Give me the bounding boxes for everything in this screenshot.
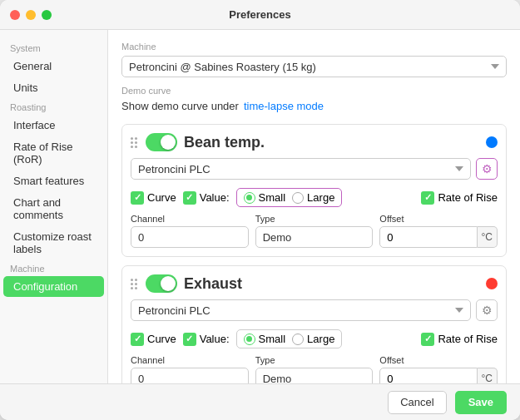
bean-temp-channel-col: Channel 0 [131,214,249,248]
exhaust-large-label: Large [307,333,334,345]
exhaust-offset-unit: °C [478,368,498,383]
small-label: Small [259,191,286,204]
bean-temp-curve-checkbox-label[interactable]: ✓ Curve [131,191,176,205]
exhaust-small-radio[interactable] [244,334,255,345]
exhaust-gear-button[interactable]: ⚙ [476,299,498,321]
machine-select[interactable]: Petroncini @ Sabines Roastery (15 kg) [121,56,507,77]
exhaust-curve-label: Curve [147,333,176,345]
exhaust-large-radio[interactable] [292,334,304,345]
cancel-button[interactable]: Cancel [388,391,446,414]
bean-temp-channel-select[interactable]: 0 [131,226,249,248]
bean-temp-type-col: Type Demo [255,214,374,248]
demo-curve-text: Show demo curve under [121,100,239,112]
sidebar-item-interface[interactable]: Interface [3,115,104,136]
sidebar-item-units[interactable]: Units [3,77,104,98]
bean-temp-header: Bean temp. [131,133,498,151]
exhaust-title: Exhaust [184,275,242,293]
sidebar-item-smart[interactable]: Smart features [3,170,104,191]
sidebar-item-labels[interactable]: Customize roast labels [3,226,104,259]
exhaust-type-label: Type [255,355,374,365]
sidebar-item-configuration[interactable]: Configuration [3,276,104,297]
save-button[interactable]: Save [455,391,507,414]
bean-temp-channel-row: Channel 0 Type Demo Offset [131,214,498,248]
bean-temp-value-checkbox[interactable]: ✓ [183,191,196,205]
bean-temp-type-select[interactable]: Demo [255,226,374,248]
sidebar-item-chart[interactable]: Chart and comments [3,192,104,225]
exhaust-offset-row: °C [379,368,498,383]
bean-temp-small-radio[interactable] [244,192,255,204]
curve-label: Curve [147,191,176,204]
bean-temp-block: Bean temp. Petroncini PLC ⚙ ✓ Curve [121,124,507,257]
minimize-button[interactable] [26,10,36,20]
bean-temp-ror-checkbox-label[interactable]: ✓ Rate of Rise [421,191,498,205]
sidebar-section-roasting: Roasting [0,99,107,114]
bean-temp-value-checkbox-label[interactable]: ✓ Value: [183,191,230,205]
bean-temp-large-radio[interactable] [292,192,304,204]
exhaust-channel-col: Channel 0 [131,355,249,383]
exhaust-value-checkbox[interactable]: ✓ [183,333,196,346]
exhaust-header: Exhaust [131,274,498,293]
bean-temp-small-radio-label[interactable]: Small [244,191,286,204]
traffic-lights [10,10,52,20]
exhaust-channel-select[interactable]: 0 [131,368,249,383]
exhaust-large-radio-label[interactable]: Large [292,333,334,345]
machine-select-row: Petroncini @ Sabines Roastery (15 kg) [121,56,507,77]
exhaust-device-select[interactable]: Petroncini PLC [131,299,471,321]
bean-temp-offset-input[interactable] [379,226,477,248]
bean-temp-large-radio-label[interactable]: Large [292,191,334,204]
exhaust-ror-label: Rate of Rise [438,333,498,345]
bean-temp-offset-col: Offset °C [379,214,498,248]
main-layout: System General Units Roasting Interface … [0,30,520,383]
exhaust-block: Exhaust Petroncini PLC ⚙ ✓ Curve [121,265,507,383]
bean-temp-offset-unit: °C [478,226,498,248]
exhaust-channel-label: Channel [131,355,249,365]
exhaust-options-row: ✓ Curve ✓ Value: [131,329,498,348]
exhaust-size-radio-group: Small Large [236,329,343,348]
exhaust-small-radio-label[interactable]: Small [244,333,286,345]
bean-temp-size-radio-group: Small Large [236,188,343,207]
exhaust-curve-checkbox-label[interactable]: ✓ Curve [131,333,176,346]
exhaust-channel-row: Channel 0 Type Demo Offset [131,355,498,383]
exhaust-value-label: Value: [200,333,230,345]
exhaust-offset-label: Offset [379,355,498,365]
exhaust-small-label: Small [259,333,286,345]
exhaust-type-select[interactable]: Demo [255,368,374,383]
demo-curve-label: Demo curve [121,86,507,96]
content-area: Machine Petroncini @ Sabines Roastery (1… [108,30,520,383]
sidebar-item-ror[interactable]: Rate of Rise (RoR) [3,136,104,170]
titlebar: Preferences [0,0,520,30]
demo-curve-row: Show demo curve under time-lapse mode [121,100,507,112]
large-label: Large [307,191,334,204]
bean-temp-gear-button[interactable]: ⚙ [476,158,498,180]
exhaust-offset-input[interactable] [379,368,477,383]
value-label: Value: [200,191,230,204]
window-title: Preferences [229,8,290,21]
channel-label: Channel [131,214,249,224]
bean-temp-offset-row: °C [379,226,498,248]
bean-temp-color [486,136,498,148]
sidebar: System General Units Roasting Interface … [0,30,108,383]
exhaust-type-col: Type Demo [255,355,374,383]
exhaust-toggle[interactable] [146,274,177,293]
bean-temp-options-row: ✓ Curve ✓ Value: [131,188,498,207]
type-label: Type [255,214,374,224]
exhaust-device-row: Petroncini PLC ⚙ [131,299,498,321]
exhaust-curve-checkbox[interactable]: ✓ [131,333,144,346]
bean-temp-drag-handle[interactable] [131,137,137,148]
bean-temp-ror-checkbox[interactable]: ✓ [421,191,434,205]
offset-label: Offset [379,214,498,224]
bean-temp-device-select[interactable]: Petroncini PLC [131,158,471,180]
exhaust-ror-checkbox-label[interactable]: ✓ Rate of Rise [421,333,498,346]
exhaust-value-checkbox-label[interactable]: ✓ Value: [183,333,230,346]
bean-temp-curve-checkbox[interactable]: ✓ [131,191,144,205]
close-button[interactable] [10,10,20,20]
bean-temp-toggle[interactable] [146,133,177,151]
exhaust-ror-checkbox[interactable]: ✓ [421,333,434,346]
maximize-button[interactable] [42,10,52,20]
exhaust-offset-col: Offset °C [379,355,498,383]
exhaust-drag-handle[interactable] [131,279,137,289]
sidebar-item-general[interactable]: General [3,56,104,77]
machine-label: Machine [121,42,507,52]
time-lapse-link[interactable]: time-lapse mode [244,100,324,112]
bean-temp-device-row: Petroncini PLC ⚙ [131,158,498,180]
